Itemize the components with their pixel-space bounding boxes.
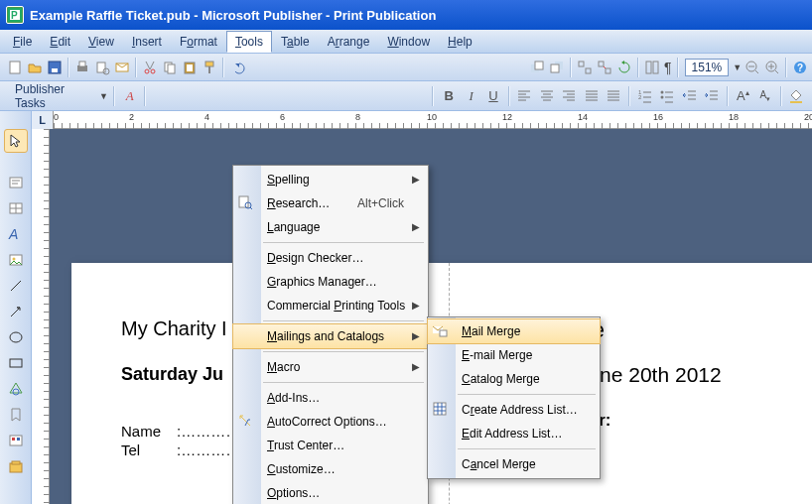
svg-rect-58 [239, 196, 248, 207]
print-button[interactable] [73, 57, 91, 78]
menu-file[interactable]: File [4, 31, 41, 53]
wordart-tool[interactable]: A [4, 222, 28, 246]
underline-button[interactable]: U [483, 85, 502, 107]
svg-rect-28 [653, 62, 658, 73]
open-button[interactable] [26, 57, 44, 78]
pointer-tool[interactable] [4, 129, 28, 153]
menu-trust-center[interactable]: Trust Center… [233, 434, 428, 457]
svg-rect-17 [208, 66, 210, 73]
undo-button[interactable] [228, 57, 246, 78]
rectangle-tool[interactable] [4, 351, 28, 375]
menu-format[interactable]: Format [171, 31, 226, 53]
justify-button[interactable] [582, 85, 601, 107]
new-button[interactable] [6, 57, 24, 78]
menu-autocorrect[interactable]: AutoCorrect Options… [233, 410, 428, 434]
picture-tool[interactable] [4, 248, 28, 272]
email-button[interactable] [113, 57, 131, 78]
submenu-catalog-merge[interactable]: Catalog Merge [428, 367, 600, 391]
numbering-button[interactable]: 12 [635, 85, 654, 107]
svg-line-26 [604, 66, 606, 68]
submenu-cancel-merge[interactable]: Cancel Merge [428, 452, 600, 476]
submenu-email-merge[interactable]: E-mail Merge [428, 343, 600, 367]
menu-view[interactable]: View [79, 31, 123, 53]
align-right-button[interactable] [560, 85, 579, 107]
svg-point-11 [151, 69, 155, 73]
decrease-indent-button[interactable] [680, 85, 699, 107]
format-painter-button[interactable] [201, 57, 218, 78]
menu-design-checker[interactable]: Design Checker… [233, 246, 428, 270]
line-tool[interactable] [4, 274, 28, 298]
svg-rect-62 [440, 330, 447, 336]
copy-button[interactable] [161, 57, 179, 78]
bullets-button[interactable] [657, 85, 676, 107]
menu-language[interactable]: Language▶ [233, 215, 428, 239]
decrease-font-button[interactable]: A▾ [755, 85, 774, 107]
align-center-button[interactable] [537, 85, 556, 107]
formatting-toolbar: Publisher Tasks ▼ A B I U 12 A▴ A▾ [0, 81, 812, 111]
design-gallery-tool[interactable] [4, 429, 28, 452]
bold-button[interactable]: B [439, 85, 458, 107]
tools-dropdown: Spelling▶ Research…Alt+Click Language▶ D… [232, 165, 429, 504]
ungroup-button[interactable] [596, 57, 613, 78]
increase-font-button[interactable]: A▴ [734, 85, 752, 107]
special-chars-button[interactable]: ¶ [663, 57, 673, 78]
help-button[interactable]: ? [791, 57, 809, 78]
send-back-button[interactable] [548, 57, 566, 78]
menu-addins[interactable]: Add-Ins… [233, 386, 428, 410]
table-tool[interactable] [4, 196, 28, 220]
zoom-out-button[interactable] [744, 57, 761, 78]
svg-rect-27 [646, 62, 651, 73]
arrow-tool[interactable] [4, 300, 28, 323]
columns-button[interactable] [643, 57, 661, 78]
paste-button[interactable] [181, 57, 199, 78]
menu-research[interactable]: Research…Alt+Click [233, 191, 428, 215]
svg-rect-2 [10, 62, 20, 73]
menu-options[interactable]: Options… [233, 481, 428, 504]
oval-tool[interactable] [4, 325, 28, 349]
align-left-button[interactable] [515, 85, 534, 107]
text-box-tool[interactable] [4, 171, 28, 194]
menu-help[interactable]: Help [439, 31, 481, 53]
save-button[interactable] [46, 57, 64, 78]
autoshapes-tool[interactable] [4, 377, 28, 401]
menu-insert[interactable]: Insert [123, 31, 171, 53]
menu-macro[interactable]: Macro▶ [233, 355, 428, 379]
svg-rect-19 [535, 62, 543, 69]
submenu-edit-address-list[interactable]: Edit Address List… [428, 422, 600, 445]
distribute-button[interactable] [605, 85, 623, 107]
autocorrect-icon [237, 413, 255, 431]
svg-point-47 [12, 258, 15, 261]
menu-spelling[interactable]: Spelling▶ [233, 168, 428, 191]
menu-table[interactable]: Table [272, 31, 319, 53]
item-library-tool[interactable] [4, 454, 28, 478]
bookmark-tool[interactable] [4, 403, 28, 427]
menu-commercial-printing[interactable]: Commercial Printing Tools▶ [233, 294, 428, 317]
menu-mailings-catalogs[interactable]: Mailings and Catalogs▶ [232, 323, 429, 349]
bring-front-button[interactable] [528, 57, 546, 78]
rotate-button[interactable] [615, 57, 633, 78]
menu-arrange[interactable]: Arrange [319, 31, 379, 53]
svg-point-40 [661, 90, 664, 93]
menu-graphics-manager[interactable]: Graphics Manager… [233, 270, 428, 294]
italic-button[interactable]: I [462, 85, 480, 107]
standard-toolbar: ¶ 151% ▼ ? [0, 54, 812, 81]
zoom-combo[interactable]: 151% [685, 59, 730, 76]
menu-tools[interactable]: Tools [226, 31, 272, 53]
cut-button[interactable] [141, 57, 159, 78]
menu-customize[interactable]: Customize… [233, 457, 428, 481]
font-color-button[interactable]: A [120, 85, 139, 107]
zoom-in-button[interactable] [763, 57, 781, 78]
window-titlebar: P Example Raffle Ticket.pub - Microsoft … [0, 0, 812, 30]
menu-window[interactable]: Window [378, 31, 439, 53]
fill-color-button[interactable] [787, 85, 806, 107]
print-preview-button[interactable] [93, 57, 111, 78]
publisher-tasks-button[interactable]: Publisher Tasks [6, 79, 96, 113]
group-button[interactable] [576, 57, 594, 78]
submenu-mail-merge[interactable]: Mail Merge [427, 318, 601, 344]
increase-indent-button[interactable] [702, 85, 721, 107]
menu-edit[interactable]: Edit [41, 31, 79, 53]
mailings-submenu: Mail Merge E-mail Merge Catalog Merge Cr… [427, 316, 601, 479]
objects-toolbar: A [0, 111, 32, 504]
submenu-create-address-list[interactable]: Create Address List… [428, 398, 600, 422]
svg-text:P: P [11, 10, 18, 21]
